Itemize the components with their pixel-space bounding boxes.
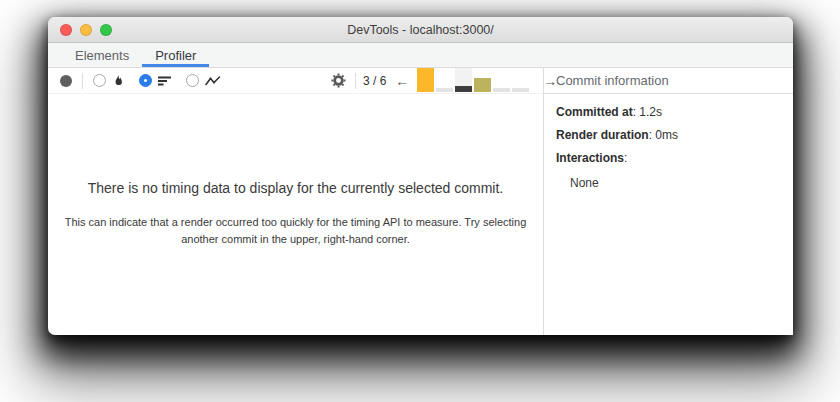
- devtools-window: DevTools - localhost:3000/ Elements Prof…: [48, 17, 793, 335]
- ranked-radio[interactable]: [139, 74, 152, 87]
- maximize-button[interactable]: [100, 24, 112, 36]
- view-option-interactions[interactable]: [186, 74, 221, 87]
- interactions-radio[interactable]: [186, 74, 199, 87]
- view-option-ranked[interactable]: [139, 74, 172, 87]
- flame-icon: [112, 74, 125, 87]
- traffic-lights: [60, 17, 112, 42]
- flamegraph-radio[interactable]: [93, 74, 106, 87]
- profiler-pane: 3 / 6 ← → There is no timing data to dis…: [48, 68, 543, 335]
- field-value: 0ms: [655, 128, 678, 142]
- field-label: Render duration: [556, 128, 649, 142]
- view-option-flamegraph[interactable]: [93, 74, 125, 87]
- window-title: DevTools - localhost:3000/: [347, 23, 494, 37]
- interactions-icon: [205, 75, 221, 87]
- commit-bar[interactable]: [436, 68, 453, 92]
- next-commit-button[interactable]: →: [540, 73, 560, 89]
- commit-bar[interactable]: [455, 68, 472, 92]
- field-separator: :: [624, 151, 627, 165]
- tab-label: Profiler: [155, 48, 196, 63]
- prev-commit-button[interactable]: ←: [392, 73, 412, 89]
- commit-bar[interactable]: [493, 68, 510, 92]
- ranked-icon: [158, 75, 172, 87]
- commit-divider: [355, 73, 356, 89]
- commit-bar[interactable]: [474, 68, 491, 92]
- tab-bar: Elements Profiler: [48, 43, 793, 68]
- empty-state-title: There is no timing data to display for t…: [58, 180, 533, 196]
- commit-selector: 3 / 6 ← →: [331, 68, 560, 93]
- commit-info-header: Commit information: [544, 68, 793, 94]
- tab-elements[interactable]: Elements: [62, 43, 142, 67]
- close-button[interactable]: [60, 24, 72, 36]
- record-button[interactable]: [60, 75, 72, 87]
- commit-bar-chart: [417, 68, 529, 92]
- interactions-row: Interactions:: [556, 151, 781, 165]
- commit-info-body: Committed at: 1.2s Render duration: 0ms …: [544, 94, 793, 201]
- title-bar[interactable]: DevTools - localhost:3000/: [48, 17, 793, 43]
- commit-bar[interactable]: [512, 68, 529, 92]
- render-duration-row: Render duration: 0ms: [556, 128, 781, 142]
- field-value: 1.2s: [639, 105, 662, 119]
- tab-profiler[interactable]: Profiler: [142, 43, 209, 67]
- commit-info-pane: Commit information Committed at: 1.2s Re…: [543, 68, 793, 335]
- toolbar-divider: [82, 73, 83, 89]
- field-label: Interactions: [556, 151, 624, 165]
- content-area: 3 / 6 ← → There is no timing data to dis…: [48, 68, 793, 335]
- field-label: Committed at: [556, 105, 633, 119]
- committed-at-row: Committed at: 1.2s: [556, 105, 781, 119]
- minimize-button[interactable]: [80, 24, 92, 36]
- empty-state: There is no timing data to display for t…: [48, 94, 543, 335]
- empty-state-description: This can indicate that a render occurred…: [58, 214, 533, 248]
- commit-bar[interactable]: [417, 68, 434, 92]
- gear-icon[interactable]: [331, 73, 346, 88]
- commit-position: 3 / 6: [363, 74, 386, 88]
- interactions-empty-value: None: [556, 176, 781, 190]
- tab-label: Elements: [75, 48, 129, 63]
- profiler-toolbar: 3 / 6 ← →: [48, 68, 543, 94]
